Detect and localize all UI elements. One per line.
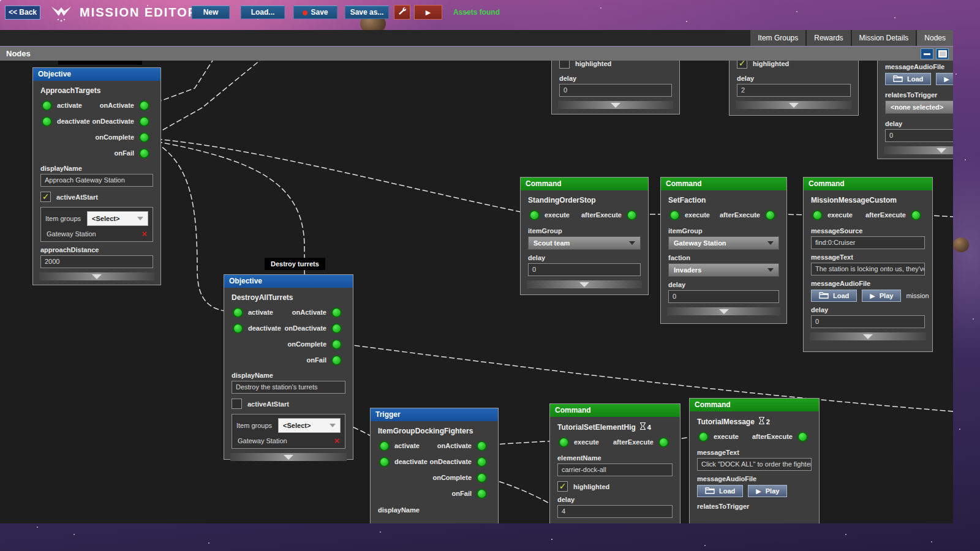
item-group-select[interactable]: Scout team <box>528 236 641 250</box>
node-graph-canvas[interactable]: Objective ApproachTargets activate onAct… <box>0 61 953 523</box>
play-audio-button[interactable]: ▶ Play <box>936 73 953 85</box>
item-group-select[interactable]: Gateway Station <box>668 236 779 250</box>
collapse-node-button[interactable] <box>558 101 673 109</box>
faction-select[interactable]: Invaders <box>668 263 779 277</box>
node-trigger-item-group-docking-fighters[interactable]: Trigger ItemGroupDockingFighters activat… <box>370 408 499 523</box>
active-at-start-checkbox[interactable]: ✓ <box>40 192 51 202</box>
node-type-header[interactable]: Objective <box>33 68 160 81</box>
delay-input[interactable]: 0 <box>528 263 641 276</box>
highlighted-checkbox[interactable]: ✓ <box>557 481 568 492</box>
tab-mission-details[interactable]: Mission Details <box>852 30 916 46</box>
minimize-button[interactable] <box>921 48 933 59</box>
port-deactivate[interactable] <box>233 323 243 334</box>
settings-wrench-button[interactable] <box>394 5 410 20</box>
item-groups-select[interactable]: <Select> <box>278 418 341 433</box>
node-type-header[interactable]: Command <box>661 178 786 190</box>
node-command-tutorial-set-element-highlight[interactable]: Command TutorialSetElementHig 4 execute … <box>549 403 680 523</box>
play-audio-button[interactable]: ▶ Play <box>862 290 901 302</box>
port-on-activate[interactable] <box>139 100 149 111</box>
port-on-fail[interactable] <box>477 489 487 499</box>
port-on-complete[interactable] <box>331 339 342 350</box>
node-command-mission-message-custom[interactable]: Command MissionMessageCustom execute aft… <box>803 177 933 352</box>
new-button[interactable]: New <box>192 6 230 19</box>
port-on-fail[interactable] <box>139 148 149 159</box>
port-execute[interactable] <box>812 210 823 220</box>
element-name-input[interactable]: carrier-dock-all <box>557 463 673 476</box>
port-activate[interactable] <box>42 100 52 111</box>
node-objective-approach-targets[interactable]: Objective ApproachTargets activate onAct… <box>32 67 161 285</box>
port-after-execute[interactable] <box>765 210 775 220</box>
delay-input[interactable]: 4 <box>557 505 673 518</box>
load-button[interactable]: Load... <box>241 6 285 19</box>
collapse-node-button[interactable] <box>667 307 780 315</box>
collapse-node-button[interactable] <box>884 146 953 154</box>
collapse-node-button[interactable] <box>810 332 926 340</box>
port-execute[interactable] <box>698 432 709 442</box>
message-source-input[interactable]: find:0:Cruiser <box>811 236 925 249</box>
collapse-node-button[interactable] <box>736 101 852 109</box>
relates-to-trigger-select[interactable]: <none selected> <box>885 100 953 114</box>
port-execute[interactable] <box>559 437 569 448</box>
port-activate[interactable] <box>379 441 390 451</box>
node-partial-command-left[interactable]: highlighted delay 0 <box>551 61 680 114</box>
remove-item-icon[interactable]: × <box>334 437 339 444</box>
message-text-input[interactable]: Click "DOCK ALL" to order the fighters t <box>697 458 812 471</box>
play-audio-button[interactable]: ▶ Play <box>748 485 787 497</box>
node-partial-command-corner[interactable]: messageAudioFile Load ▶ Play relatesToTr… <box>877 61 953 159</box>
port-execute[interactable] <box>669 210 680 220</box>
tab-nodes[interactable]: Nodes <box>917 30 953 46</box>
node-type-header[interactable]: Command <box>690 399 819 411</box>
node-partial-command-right[interactable]: ✓ highlighted delay 2 <box>729 61 859 116</box>
save-button[interactable]: Save <box>293 6 337 19</box>
port-on-deactivate[interactable] <box>139 116 149 127</box>
item-groups-select[interactable]: <Select> <box>87 211 148 226</box>
approach-distance-input[interactable]: 2000 <box>40 255 153 268</box>
node-command-standing-order-stop[interactable]: Command StandingOrderStop execute afterE… <box>520 177 649 295</box>
port-on-activate[interactable] <box>477 441 487 451</box>
port-on-deactivate[interactable] <box>477 457 487 467</box>
port-on-complete[interactable] <box>139 132 149 143</box>
port-after-execute[interactable] <box>627 210 637 220</box>
display-name-input[interactable]: Destroy the station's turrets <box>232 381 345 394</box>
port-deactivate[interactable] <box>42 116 52 127</box>
delay-input[interactable]: 0 <box>559 84 672 97</box>
port-after-execute[interactable] <box>658 437 669 448</box>
node-type-header[interactable]: Command <box>804 178 932 190</box>
delay-input[interactable]: 2 <box>737 84 851 97</box>
message-text-input[interactable]: The station is locking onto us, they've … <box>811 263 925 276</box>
maximize-button[interactable] <box>936 48 949 59</box>
load-audio-button[interactable]: Load <box>811 290 857 302</box>
port-execute[interactable] <box>529 210 540 220</box>
node-type-header[interactable]: Command <box>550 404 680 417</box>
node-type-header[interactable]: Trigger <box>371 408 498 421</box>
node-type-header[interactable]: Objective <box>224 275 353 288</box>
port-deactivate[interactable] <box>379 457 390 467</box>
tab-rewards[interactable]: Rewards <box>807 30 850 46</box>
highlighted-checkbox[interactable] <box>559 61 570 69</box>
collapse-node-button[interactable] <box>527 280 642 288</box>
collapse-node-button[interactable] <box>39 272 154 280</box>
node-command-set-faction[interactable]: Command SetFaction execute afterExecute … <box>660 177 787 324</box>
delay-input[interactable]: 0 <box>885 129 953 142</box>
port-on-deactivate[interactable] <box>331 323 342 334</box>
node-type-header[interactable]: Command <box>521 178 648 190</box>
node-objective-destroy-all-turrets[interactable]: Objective DestroyAllTurrets activate onA… <box>224 274 353 460</box>
port-activate[interactable] <box>233 307 243 318</box>
save-as-button[interactable]: Save as... <box>345 6 389 19</box>
port-after-execute[interactable] <box>911 210 921 220</box>
delay-input[interactable]: 0 <box>811 315 925 328</box>
remove-item-icon[interactable]: × <box>141 230 147 238</box>
load-audio-button[interactable]: Load <box>697 485 743 497</box>
node-command-tutorial-message[interactable]: Command TutorialMessage 2 execute afterE… <box>689 398 820 523</box>
port-after-execute[interactable] <box>797 432 808 442</box>
collapse-node-button[interactable] <box>230 453 347 461</box>
port-on-complete[interactable] <box>477 473 487 483</box>
back-button[interactable]: << Back <box>5 6 40 20</box>
port-on-activate[interactable] <box>331 307 342 318</box>
run-mission-button[interactable]: ▶ <box>414 5 442 20</box>
display-name-input[interactable]: Approach Gateway Station <box>40 174 153 187</box>
delay-input[interactable]: 0 <box>668 290 779 303</box>
port-on-fail[interactable] <box>331 355 342 365</box>
highlighted-checkbox[interactable]: ✓ <box>737 61 747 69</box>
active-at-start-checkbox[interactable] <box>232 399 242 409</box>
